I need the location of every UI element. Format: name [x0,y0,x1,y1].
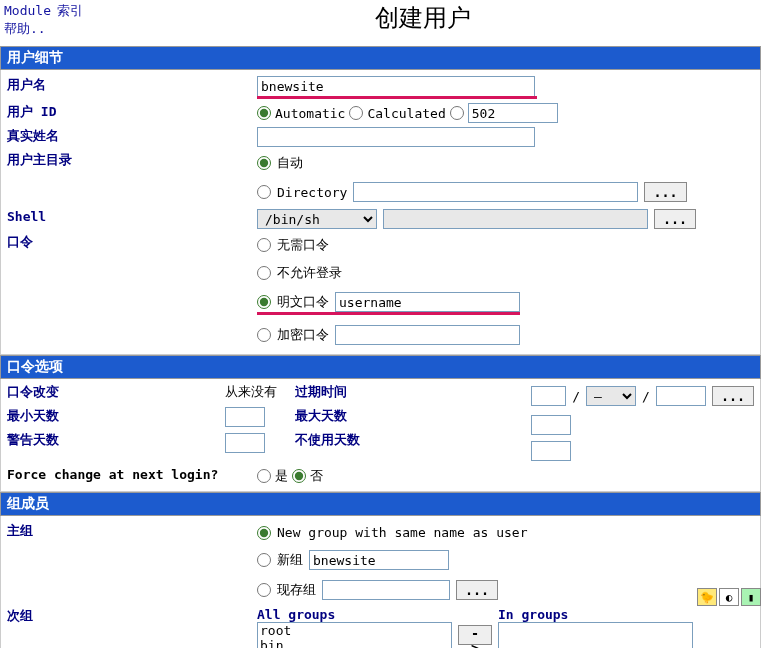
pw-nologin-radio[interactable] [257,266,271,280]
force-no-text: 否 [310,467,323,485]
index-link[interactable]: 索引 [57,3,83,18]
tray-icon-3[interactable]: ▮ [741,588,761,606]
pg-new-input[interactable] [309,550,449,570]
tray-icon-1[interactable]: 🐤 [697,588,717,606]
warn-input[interactable] [225,433,265,453]
section-details-body: 用户名 用户 ID Automatic Calculated 真实姓名 用户主目… [0,70,761,355]
pw-nologin-text: 不允许登录 [277,264,342,282]
force-label: Force change at next login? [7,467,257,482]
change-label: 口令改变 [7,383,225,401]
uid-calc-text: Calculated [367,106,445,121]
min-input[interactable] [225,407,265,427]
shell-select[interactable]: /bin/sh [257,209,377,229]
pw-none-radio[interactable] [257,238,271,252]
max-label: 最大天数 [295,407,531,425]
realname-label: 真实姓名 [7,127,257,145]
home-auto-radio[interactable] [257,156,271,170]
pg-existing-radio[interactable] [257,583,271,597]
pw-plain-input[interactable] [335,292,520,312]
pw-crypt-input[interactable] [335,325,520,345]
uid-custom-radio[interactable] [450,106,464,120]
module-link[interactable]: Module [4,3,51,18]
home-auto-text: 自动 [277,154,303,172]
uid-auto-radio[interactable] [257,106,271,120]
force-no-radio[interactable] [292,469,306,483]
pg-new-radio[interactable] [257,553,271,567]
ingroups-label: In groups [498,607,693,622]
date-sep1: / [572,389,580,404]
uid-auto-text: Automatic [275,106,345,121]
page-title: 创建用户 [89,2,757,34]
shell-label: Shell [7,209,257,224]
shell-browse-button[interactable]: ... [654,209,696,229]
help-link[interactable]: 帮助.. [4,21,46,36]
pg-newsame-text: New group with same name as user [277,525,527,540]
inactive-input[interactable] [531,441,571,461]
pw-none-text: 无需口令 [277,236,329,254]
expire-label: 过期时间 [295,383,531,401]
password-label: 口令 [7,233,257,251]
move-right-button[interactable]: -> [458,625,492,645]
pg-new-text: 新组 [277,551,303,569]
list-item[interactable]: root [258,623,451,638]
force-yes-text: 是 [275,467,288,485]
list-item[interactable]: bin [258,638,451,648]
expire-cal-button[interactable]: ... [712,386,754,406]
primary-label: 主组 [7,522,257,540]
uid-label: 用户 ID [7,103,257,121]
home-dir-radio[interactable] [257,185,271,199]
tray-icon-2[interactable]: ◐ [719,588,739,606]
pw-plain-radio[interactable] [257,295,271,309]
username-input[interactable] [257,76,535,96]
expire-month-select[interactable]: — [586,386,636,406]
realname-input[interactable] [257,127,535,147]
pw-crypt-text: 加密口令 [277,326,329,344]
home-dir-text: Directory [277,185,347,200]
home-dir-input[interactable] [353,182,638,202]
ingroups-list[interactable] [498,622,693,648]
section-groups-body: 主组 New group with same name as user 新组 现… [0,516,761,648]
section-details-header: 用户细节 [0,46,761,70]
taskbar-icons: 🐤 ◐ ▮ [697,588,761,606]
uid-custom-input[interactable] [468,103,558,123]
pw-crypt-radio[interactable] [257,328,271,342]
home-browse-button[interactable]: ... [644,182,686,202]
secondary-label: 次组 [7,607,257,625]
date-sep2: / [642,389,650,404]
section-groups-header: 组成员 [0,492,761,516]
section-pwopts-body: 口令改变 最小天数 警告天数 从来没有 过期时间 最大天数 不使用天数 / — … [0,379,761,492]
home-label: 用户主目录 [7,151,257,169]
allgroups-label: All groups [257,607,452,622]
warn-label: 警告天数 [7,431,225,449]
max-input[interactable] [531,415,571,435]
inactive-label: 不使用天数 [295,431,531,449]
pg-existing-text: 现存组 [277,581,316,599]
username-label: 用户名 [7,76,257,94]
shell-custom-input [383,209,648,229]
expire-day-input[interactable] [531,386,566,406]
pg-existing-input[interactable] [322,580,450,600]
force-yes-radio[interactable] [257,469,271,483]
section-pwopts-header: 口令选项 [0,355,761,379]
change-value: 从来没有 [225,383,295,401]
allgroups-list[interactable]: rootbindaemonsysadm [257,622,452,648]
uid-calc-radio[interactable] [349,106,363,120]
pw-plain-text: 明文口令 [277,293,329,311]
expire-year-input[interactable] [656,386,706,406]
pg-newsame-radio[interactable] [257,526,271,540]
pg-browse-button[interactable]: ... [456,580,498,600]
min-label: 最小天数 [7,407,225,425]
